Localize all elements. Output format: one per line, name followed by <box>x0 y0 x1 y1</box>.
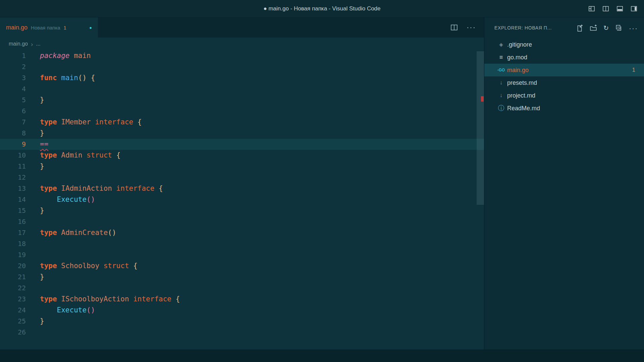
go-icon: -GO <box>496 68 506 72</box>
new-folder-icon[interactable] <box>590 24 597 32</box>
code-line-15[interactable]: 15} <box>0 205 484 216</box>
line-number: 23 <box>0 294 33 305</box>
file-list: ◈.gitignore≡go.mod-GOmain.go1↓presets.md… <box>484 38 644 115</box>
tab-main-go[interactable]: main.go Новая папка 1 ● <box>0 17 98 38</box>
layout-sidebar-right-icon[interactable] <box>631 5 637 12</box>
code-text <box>33 83 40 95</box>
explorer-title: EXPLORER: НОВАЯ П... <box>494 25 552 31</box>
file-row-presets.md[interactable]: ↓presets.md <box>484 76 644 89</box>
code-line-4[interactable]: 4 <box>0 83 484 95</box>
file-row-go.mod[interactable]: ≡go.mod <box>484 51 644 64</box>
line-number: 21 <box>0 272 33 283</box>
code-line-6[interactable]: 6 <box>0 106 484 117</box>
breadcrumb-file[interactable]: main.go <box>9 41 28 47</box>
line-number: 12 <box>0 172 33 183</box>
line-number: 7 <box>0 117 33 128</box>
new-file-icon[interactable] <box>576 24 583 32</box>
markdown-icon: ↓ <box>496 92 506 99</box>
code-text: type IAdminAction interface { <box>33 183 163 194</box>
code-line-9[interactable]: 9== <box>0 139 484 150</box>
line-number: 26 <box>0 327 33 338</box>
scrollbar-thumb[interactable] <box>477 51 484 205</box>
code-text <box>33 249 40 260</box>
code-line-21[interactable]: 21} <box>0 272 484 283</box>
code-line-10[interactable]: 10type Admin struct { <box>0 150 484 161</box>
code-text <box>33 283 40 294</box>
explorer-more-actions-icon[interactable]: ··· <box>629 24 638 32</box>
code-line-16[interactable]: 16 <box>0 216 484 227</box>
file-row-project.md[interactable]: ↓project.md <box>484 89 644 102</box>
code-editor[interactable]: 1package main23func main() {45}67type IM… <box>0 50 484 350</box>
code-line-26[interactable]: 26 <box>0 327 484 338</box>
tab-bar: main.go Новая папка 1 ● ··· <box>0 17 484 38</box>
code-line-14[interactable]: 14 Execute() <box>0 194 484 205</box>
code-text: } <box>33 316 44 327</box>
code-text: type Admin struct { <box>33 150 120 161</box>
code-line-17[interactable]: 17type AdminCreate() <box>0 227 484 238</box>
markdown-icon: ↓ <box>496 79 506 86</box>
code-text: type ISchoolboyAction interface { <box>33 294 180 305</box>
line-number: 16 <box>0 216 33 227</box>
tab-problems-badge: 1 <box>63 25 66 31</box>
code-line-7[interactable]: 7type IMember interface { <box>0 117 484 128</box>
explorer-actions: ↻ ··· <box>576 17 638 38</box>
code-line-8[interactable]: 8} <box>0 128 484 139</box>
code-line-23[interactable]: 23type ISchoolboyAction interface { <box>0 294 484 305</box>
line-number: 5 <box>0 95 33 106</box>
code-line-3[interactable]: 3func main() { <box>0 72 484 83</box>
code-line-24[interactable]: 24 Execute() <box>0 305 484 316</box>
code-text: } <box>33 128 44 139</box>
vscode-window: ● main.go - Новая папка - Visual Studio … <box>0 0 644 362</box>
code-text <box>33 327 40 338</box>
layout-grid-icon[interactable] <box>588 5 595 12</box>
code-text <box>33 106 40 117</box>
code-lines: 1package main23func main() {45}67type IM… <box>0 50 484 338</box>
line-number: 25 <box>0 316 33 327</box>
layout-panel-icon[interactable] <box>616 5 623 12</box>
code-line-25[interactable]: 25} <box>0 316 484 327</box>
code-text <box>33 216 40 227</box>
split-editor-icon[interactable] <box>450 24 458 31</box>
code-line-1[interactable]: 1package main <box>0 50 484 61</box>
line-number: 15 <box>0 205 33 216</box>
code-text <box>33 238 40 249</box>
breadcrumb-more[interactable]: ... <box>36 41 40 47</box>
line-number: 2 <box>0 61 33 72</box>
layout-controls <box>588 5 644 12</box>
code-text: } <box>33 272 44 283</box>
line-number: 20 <box>0 260 33 272</box>
file-name: .gitignore <box>507 41 532 48</box>
file-row-.gitignore[interactable]: ◈.gitignore <box>484 38 644 51</box>
code-line-19[interactable]: 19 <box>0 249 484 260</box>
collapse-all-icon[interactable] <box>615 24 623 32</box>
code-line-5[interactable]: 5} <box>0 95 484 106</box>
code-line-22[interactable]: 22 <box>0 283 484 294</box>
chevron-right-icon: › <box>31 41 33 47</box>
code-text: } <box>33 161 44 172</box>
code-line-2[interactable]: 2 <box>0 61 484 72</box>
file-row-ReadMe.md[interactable]: ⓘReadMe.md <box>484 102 644 115</box>
code-line-18[interactable]: 18 <box>0 238 484 249</box>
line-number: 18 <box>0 238 33 249</box>
refresh-icon[interactable]: ↻ <box>603 25 609 31</box>
file-row-main.go[interactable]: -GOmain.go1 <box>484 64 644 76</box>
file-name: main.go <box>507 67 529 74</box>
line-number: 4 <box>0 83 33 95</box>
line-number: 1 <box>0 50 33 61</box>
tab-modified-dot-icon: ● <box>89 25 92 30</box>
editor-scrollbar[interactable] <box>477 50 484 350</box>
editor-more-actions-icon[interactable]: ··· <box>467 24 476 31</box>
tab-file-name: main.go <box>6 24 28 31</box>
code-text: == <box>33 139 48 150</box>
code-text <box>33 172 40 183</box>
code-line-12[interactable]: 12 <box>0 172 484 183</box>
info-icon: ⓘ <box>496 104 506 113</box>
layout-columns-icon[interactable] <box>602 5 609 12</box>
file-name: go.mod <box>507 54 527 61</box>
line-number: 22 <box>0 283 33 294</box>
problems-badge: 1 <box>632 67 644 73</box>
code-line-20[interactable]: 20type Schoolboy struct { <box>0 260 484 272</box>
code-line-11[interactable]: 11} <box>0 161 484 172</box>
explorer-header: EXPLORER: НОВАЯ П... ↻ <box>484 17 644 38</box>
code-line-13[interactable]: 13type IAdminAction interface { <box>0 183 484 194</box>
